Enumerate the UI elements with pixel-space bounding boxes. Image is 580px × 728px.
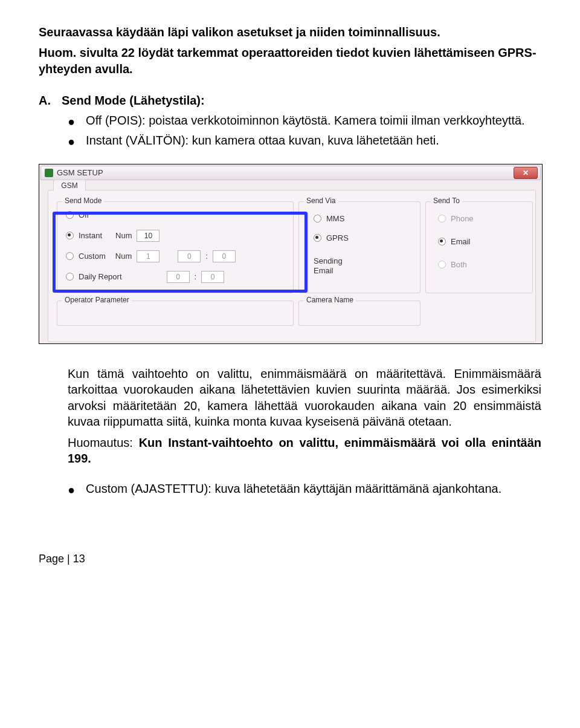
- section-title: Send Mode (Lähetystila):: [62, 94, 205, 108]
- radio-gprs[interactable]: [314, 234, 321, 242]
- window-title: GSM SETUP: [57, 168, 103, 177]
- group-send-via: Send Via MMS GPRS Sending Email: [298, 201, 420, 293]
- radio-email-label: Email: [451, 237, 471, 246]
- label-num: Num: [115, 252, 132, 261]
- input-custom-num[interactable]: 1: [137, 250, 160, 262]
- group-label: Send Mode: [62, 197, 104, 205]
- input-daily-hour[interactable]: 0: [167, 271, 190, 283]
- bullet-list-a: ● Off (POIS): poistaa verkkotoiminnon kä…: [68, 114, 541, 149]
- radio-mms-label: MMS: [326, 214, 344, 223]
- bullet-icon: ●: [68, 134, 75, 149]
- label-sending: Sending: [314, 256, 343, 266]
- radio-both-label: Both: [451, 260, 467, 269]
- radio-both: [438, 261, 446, 268]
- radio-daily-label: Daily Report: [79, 272, 122, 281]
- after-para-2: Huomautus: Kun Instant-vaihtoehto on val…: [68, 435, 541, 467]
- bullet-text: Custom (AJASTETTU): kuva lähetetään käyt…: [86, 482, 541, 498]
- radio-gprs-label: GPRS: [326, 233, 349, 242]
- group-label: Send To: [431, 197, 462, 205]
- section-letter: A.: [39, 94, 51, 108]
- section-a-heading: A. Send Mode (Lähetystila):: [39, 94, 541, 108]
- label-num: Num: [115, 231, 132, 240]
- group-label: Camera Name: [304, 296, 356, 304]
- bullet-icon: ●: [68, 482, 75, 498]
- input-daily-min[interactable]: 0: [201, 271, 224, 283]
- tab-gsm[interactable]: GSM: [53, 180, 86, 191]
- radio-custom[interactable]: [66, 252, 74, 260]
- close-button[interactable]: ✕: [514, 167, 538, 179]
- close-icon: ✕: [523, 169, 529, 177]
- after-para-1: Kun tämä vaihtoehto on valittu, enimmäis…: [68, 366, 541, 430]
- bullet-text: Instant (VÄLITÖN): kun kamera ottaa kuva…: [86, 134, 541, 149]
- input-custom-min[interactable]: 0: [213, 250, 236, 262]
- bullet-icon: ●: [68, 114, 75, 129]
- window-titlebar: GSM SETUP ✕: [40, 166, 541, 180]
- colon: :: [205, 252, 208, 261]
- note-bold: Kun Instant-vaihtoehto on valittu, enimm…: [68, 436, 541, 465]
- radio-instant[interactable]: [66, 232, 74, 239]
- gsm-setup-screenshot: GSM SETUP ✕ GSM Send Mode Off Instant Nu…: [39, 164, 543, 344]
- input-instant-num[interactable]: 10: [137, 230, 160, 242]
- radio-email[interactable]: [438, 238, 446, 245]
- radio-instant-label: Instant: [79, 231, 102, 240]
- input-custom-hour[interactable]: 0: [178, 250, 201, 262]
- group-camera-name: Camera Name: [298, 301, 420, 326]
- page-footer: Page | 13: [39, 553, 541, 565]
- colon: :: [195, 272, 197, 281]
- group-send-mode: Send Mode Off Instant Num 10 Custom Num …: [57, 201, 294, 293]
- label-email: Email: [314, 266, 343, 276]
- radio-phone: [438, 215, 446, 223]
- intro-line1: Seuraavassa käydään läpi valikon asetuks…: [39, 24, 541, 40]
- note-prefix: Huomautus:: [68, 436, 139, 449]
- dialog-body: GSM Send Mode Off Instant Num 10 Custom …: [48, 190, 536, 342]
- radio-daily[interactable]: [66, 273, 74, 281]
- list-item: ● Instant (VÄLITÖN): kun kamera ottaa ku…: [68, 134, 541, 149]
- group-send-to: Send To Phone Email Both: [425, 201, 533, 293]
- group-label: Send Via: [304, 197, 338, 205]
- bullet-text: Off (POIS): poistaa verkkotoiminnon käyt…: [86, 114, 541, 129]
- app-icon: [45, 169, 53, 177]
- list-item: ● Custom (AJASTETTU): kuva lähetetään kä…: [68, 482, 541, 498]
- group-operator-parameter: Operator Parameter: [57, 301, 294, 326]
- radio-off-label: Off: [79, 210, 89, 219]
- radio-mms[interactable]: [314, 215, 321, 223]
- list-item: ● Off (POIS): poistaa verkkotoiminnon kä…: [68, 114, 541, 129]
- radio-custom-label: Custom: [79, 252, 106, 261]
- radio-off[interactable]: [66, 211, 74, 219]
- radio-phone-label: Phone: [451, 214, 474, 223]
- group-label: Operator Parameter: [62, 296, 132, 304]
- intro-line2: Huom. sivulta 22 löydät tarkemmat operaa…: [39, 45, 541, 77]
